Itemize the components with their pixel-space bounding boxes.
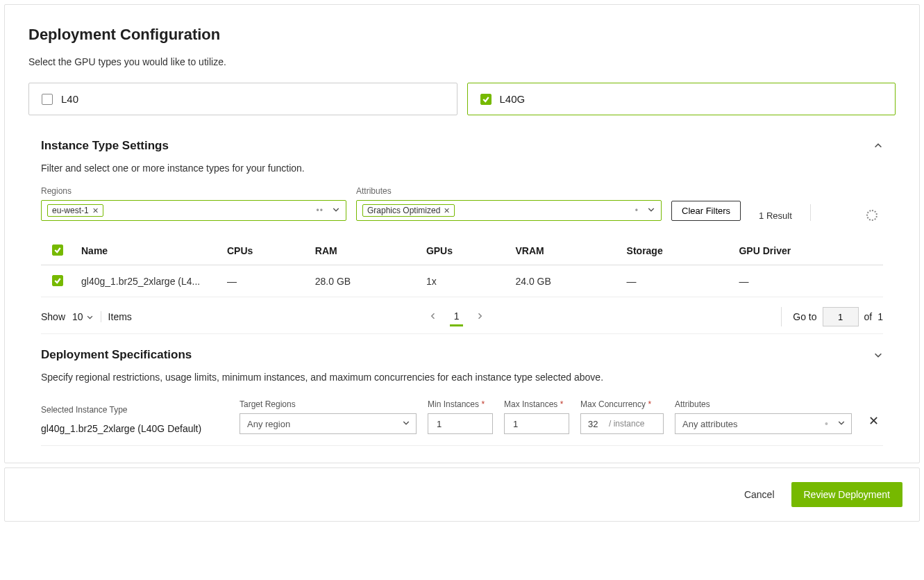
table-header-row: Name CPUs RAM GPUs VRAM Storage GPU Driv… — [41, 236, 883, 265]
more-indicator: • — [635, 206, 641, 215]
checkbox-l40[interactable] — [42, 94, 53, 105]
specs-header[interactable]: Deployment Specifications — [41, 348, 883, 362]
attribute-chip[interactable]: Graphics Optimized✕ — [362, 204, 455, 217]
col-ram[interactable]: RAM — [310, 236, 421, 265]
col-vram[interactable]: VRAM — [510, 236, 621, 265]
show-label: Show — [41, 311, 65, 322]
result-count: 1 Result — [750, 210, 800, 221]
chevron-down-icon — [837, 419, 846, 429]
instance-settings-title: Instance Type Settings — [41, 139, 169, 153]
regions-multiselect[interactable]: eu-west-1✕ •• — [41, 200, 346, 221]
chevron-down-icon — [647, 206, 655, 216]
select-all-checkbox[interactable] — [52, 245, 63, 256]
current-page[interactable]: 1 — [450, 308, 464, 326]
cell-cpus: — — [221, 265, 310, 297]
cell-gpus: 1x — [421, 265, 510, 297]
min-instances-label: Min Instances * — [428, 399, 493, 409]
attributes-multiselect[interactable]: Graphics Optimized✕ • — [356, 200, 662, 221]
goto-label: Go to — [793, 311, 816, 322]
cell-driver: — — [733, 265, 883, 297]
spec-attributes-value: Any attributes — [682, 419, 738, 429]
items-label: Items — [108, 311, 132, 322]
chevron-down-icon — [402, 419, 410, 429]
max-instances-label: Max Instances * — [504, 399, 569, 409]
selected-instance-value: gl40g_1.br25_2xlarge (L40G Default) — [41, 419, 228, 434]
gpu-type-selector: L40 L40G — [28, 83, 896, 115]
row-checkbox[interactable] — [52, 275, 63, 286]
cell-storage: — — [621, 265, 734, 297]
clear-filters-button[interactable]: Clear Filters — [671, 201, 741, 221]
deployment-specs-section: Deployment Specifications Specify region… — [28, 348, 896, 446]
of-label: of — [864, 311, 873, 322]
region-chip-text: eu-west-1 — [52, 206, 89, 215]
actions-card: Cancel Review Deployment — [4, 467, 920, 522]
gpu-label-l40g: L40G — [500, 93, 526, 105]
table-row[interactable]: gl40g_1.br25_2xlarge (L4... — 28.0 GB 1x… — [41, 265, 883, 297]
region-chip[interactable]: eu-west-1✕ — [47, 204, 103, 217]
remove-spec-button[interactable]: ✕ — [864, 411, 883, 431]
col-gpus[interactable]: GPUs — [421, 236, 510, 265]
attribute-chip-text: Graphics Optimized — [367, 206, 440, 215]
instance-type-settings-section: Instance Type Settings Filter and select… — [28, 139, 896, 334]
spec-attributes-select[interactable]: Any attributes • — [675, 413, 852, 434]
checkbox-l40g[interactable] — [480, 94, 492, 105]
selected-instance-label: Selected Instance Type — [41, 405, 228, 415]
gpu-label-l40: L40 — [61, 93, 78, 105]
filter-row: Regions eu-west-1✕ •• Attributes Graphic… — [41, 186, 883, 221]
target-regions-select[interactable]: Any region — [240, 413, 417, 434]
target-regions-value: Any region — [247, 419, 290, 429]
max-concurrency-input[interactable] — [581, 419, 609, 429]
page-size-selector[interactable]: 10 — [72, 311, 101, 322]
deployment-config-card: Deployment Configuration Select the GPU … — [4, 4, 920, 463]
gpu-option-l40g[interactable]: L40G — [467, 83, 896, 115]
col-name[interactable]: Name — [76, 236, 221, 265]
chevron-down-icon — [332, 206, 340, 216]
col-storage[interactable]: Storage — [621, 236, 734, 265]
cell-name: gl40g_1.br25_2xlarge (L4... — [76, 265, 221, 297]
col-cpus[interactable]: CPUs — [221, 236, 310, 265]
max-instances-input-wrap — [504, 413, 569, 434]
next-page-button[interactable] — [476, 311, 484, 322]
cell-ram: 28.0 GB — [310, 265, 421, 297]
chevron-up-icon — [873, 141, 883, 151]
spec-attributes-label: Attributes — [675, 399, 852, 409]
close-icon[interactable]: ✕ — [92, 206, 99, 215]
paginator: Show 10 Items 1 Go to of 1 — [41, 297, 883, 334]
specs-desc: Specify regional restrictions, usage lim… — [41, 372, 883, 383]
close-icon[interactable]: ✕ — [444, 206, 450, 215]
more-indicator: • — [825, 418, 833, 429]
target-regions-label: Target Regions — [240, 399, 417, 409]
min-instances-input-wrap — [428, 413, 493, 434]
page-title: Deployment Configuration — [28, 26, 896, 44]
min-instances-input[interactable] — [435, 418, 485, 430]
loading-spinner-icon — [866, 210, 877, 221]
instance-settings-desc: Filter and select one or more instance t… — [41, 163, 883, 174]
gpu-option-l40[interactable]: L40 — [28, 83, 457, 115]
max-concurrency-label: Max Concurrency * — [580, 399, 664, 409]
goto-page-input[interactable] — [823, 307, 859, 326]
cancel-button[interactable]: Cancel — [740, 488, 779, 501]
col-driver[interactable]: GPU Driver — [733, 236, 883, 265]
mc-suffix: / instance — [609, 419, 651, 429]
prev-page-button[interactable] — [429, 311, 437, 322]
total-pages: 1 — [877, 311, 883, 322]
chevron-down-icon — [86, 313, 94, 321]
cell-vram: 24.0 GB — [510, 265, 621, 297]
divider — [810, 204, 811, 221]
more-indicator: •• — [317, 206, 326, 215]
page-subtitle: Select the GPU types you would like to u… — [28, 56, 896, 67]
review-deployment-button[interactable]: Review Deployment — [791, 482, 903, 507]
spec-row: Selected Instance Type gl40g_1.br25_2xla… — [41, 395, 883, 446]
regions-label: Regions — [41, 186, 346, 196]
chevron-down-icon — [873, 350, 883, 360]
instance-settings-header[interactable]: Instance Type Settings — [41, 139, 883, 153]
page-size-value: 10 — [72, 311, 83, 322]
specs-title: Deployment Specifications — [41, 348, 192, 362]
attributes-label: Attributes — [356, 186, 662, 196]
max-concurrency-input-wrap: / instance — [580, 413, 664, 434]
instance-table: Name CPUs RAM GPUs VRAM Storage GPU Driv… — [41, 236, 883, 297]
regions-filter-col: Regions eu-west-1✕ •• — [41, 186, 346, 221]
attributes-filter-col: Attributes Graphics Optimized✕ • — [356, 186, 662, 221]
max-instances-input[interactable] — [512, 418, 562, 430]
